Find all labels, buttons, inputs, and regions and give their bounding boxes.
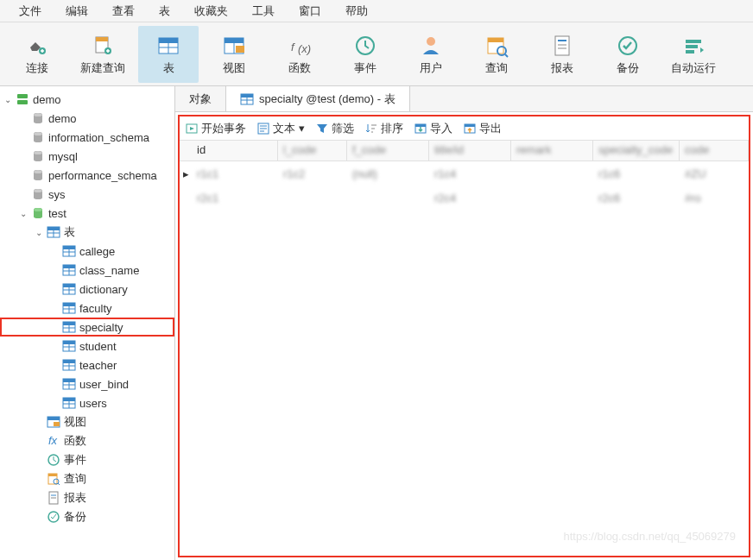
panel-btn-import[interactable]: 导入 bbox=[414, 121, 452, 136]
menu-6[interactable]: 窗口 bbox=[287, 2, 333, 21]
text-icon bbox=[256, 122, 270, 135]
tree-node-demo[interactable]: demo bbox=[0, 109, 174, 128]
tree-label: class_name bbox=[79, 264, 139, 277]
begin-icon bbox=[185, 122, 199, 135]
cell[interactable]: #ZU bbox=[680, 161, 749, 186]
tree-label: callege bbox=[79, 245, 115, 258]
toolbar-event[interactable]: 事件 bbox=[335, 26, 395, 83]
cell[interactable]: #ro bbox=[680, 186, 749, 210]
panel-btn-filter[interactable]: 筛选 bbox=[315, 121, 354, 136]
tree-node-class_name[interactable]: class_name bbox=[0, 261, 174, 280]
tree-node-student[interactable]: student bbox=[0, 337, 174, 356]
export-icon bbox=[463, 122, 477, 135]
toolbar-autorun[interactable]: 自动运行 bbox=[663, 26, 724, 83]
menu-1[interactable]: 编辑 bbox=[54, 2, 100, 21]
tree-node-information_schema[interactable]: information_schema bbox=[0, 128, 174, 147]
toolbar-function[interactable]: f(x)函数 bbox=[269, 26, 330, 83]
cell[interactable]: r1c1 bbox=[192, 161, 278, 186]
tree-node-users[interactable]: users bbox=[0, 393, 174, 412]
tree-label: user_bind bbox=[79, 378, 129, 391]
query-icon bbox=[483, 33, 510, 59]
cell[interactable] bbox=[347, 186, 429, 210]
svg-rect-17 bbox=[488, 38, 503, 42]
tree-node-视图[interactable]: 视图 bbox=[0, 412, 174, 431]
cell[interactable]: r1c4 bbox=[429, 161, 511, 186]
col-header[interactable]: title/id bbox=[429, 141, 511, 160]
tab-objects[interactable]: 对象 bbox=[175, 86, 226, 111]
cell[interactable]: r2c1 bbox=[192, 186, 278, 210]
menu-4[interactable]: 收藏夹 bbox=[182, 2, 240, 21]
cell[interactable]: r2c6 bbox=[593, 186, 680, 210]
svg-rect-25 bbox=[686, 40, 701, 43]
menu-2[interactable]: 查看 bbox=[100, 2, 147, 21]
col-header[interactable]: id bbox=[192, 141, 278, 160]
toolbar-query[interactable]: 查询 bbox=[466, 26, 527, 83]
tree-node-查询[interactable]: 查询 bbox=[0, 469, 174, 488]
tree-node-faculty[interactable]: faculty bbox=[0, 299, 174, 318]
toolbar-connect[interactable]: 连接 bbox=[7, 26, 67, 83]
tree-node-事件[interactable]: 事件 bbox=[0, 450, 174, 469]
tree-node-mysql[interactable]: mysql bbox=[0, 147, 174, 166]
panel-btn-begin[interactable]: 开始事务 bbox=[185, 121, 246, 136]
toolbar-user[interactable]: 用户 bbox=[401, 26, 461, 83]
plug-icon bbox=[23, 33, 51, 59]
table-row[interactable]: ▸r1c1r1c2(null)r1c4r1c6#ZU bbox=[180, 161, 749, 186]
svg-rect-28 bbox=[17, 94, 28, 98]
tree-node-备份[interactable]: 备份 bbox=[0, 507, 174, 526]
tree-label: 事件 bbox=[64, 452, 86, 468]
tree-node-callege[interactable]: callege bbox=[0, 242, 174, 261]
tree-label: test bbox=[48, 207, 66, 220]
menu-5[interactable]: 工具 bbox=[240, 2, 287, 21]
menu-0[interactable]: 文件 bbox=[7, 2, 54, 21]
panel-toolbar: 开始事务文本 ▾筛选排序导入导出 bbox=[180, 116, 749, 141]
toolbar-report[interactable]: 报表 bbox=[532, 26, 592, 83]
db-icon bbox=[29, 110, 47, 126]
cell[interactable]: (null) bbox=[347, 161, 429, 186]
view-icon bbox=[220, 33, 248, 59]
db-icon bbox=[29, 148, 47, 164]
cell[interactable] bbox=[511, 161, 593, 186]
table-row[interactable]: r2c1r2c4r2c6#ro bbox=[180, 186, 749, 210]
tab-specialty-table[interactable]: specialty @test (demo) - 表 bbox=[226, 86, 410, 111]
auto-icon bbox=[680, 33, 707, 59]
table-icon bbox=[45, 224, 62, 240]
tree-node-specialty[interactable]: specialty bbox=[0, 318, 174, 337]
panel-btn-sort[interactable]: 排序 bbox=[364, 121, 403, 136]
cell[interactable] bbox=[511, 186, 593, 210]
tree-node-sys[interactable]: sys bbox=[0, 185, 174, 204]
menu-3[interactable]: 表 bbox=[147, 2, 182, 21]
fx-icon: f(x) bbox=[286, 33, 313, 59]
menu-7[interactable]: 帮助 bbox=[333, 2, 380, 21]
cell[interactable]: r2c4 bbox=[429, 186, 511, 210]
tree-node-performance_schema[interactable]: performance_schema bbox=[0, 166, 174, 185]
panel-btn-export[interactable]: 导出 bbox=[463, 121, 502, 136]
cell[interactable] bbox=[278, 186, 347, 210]
svg-rect-108 bbox=[415, 124, 426, 127]
panel-btn-text[interactable]: 文本 ▾ bbox=[256, 121, 305, 136]
col-header[interactable]: remark bbox=[511, 141, 593, 160]
col-header[interactable]: f_code bbox=[347, 141, 429, 160]
db-icon bbox=[29, 167, 47, 183]
toolbar-new-query[interactable]: 新建查询 bbox=[73, 26, 133, 83]
svg-rect-26 bbox=[686, 45, 698, 48]
tree-node-函数[interactable]: fx函数 bbox=[0, 431, 174, 450]
toolbar-label: 函数 bbox=[288, 60, 311, 76]
cell[interactable]: r1c6 bbox=[593, 161, 680, 186]
svg-rect-110 bbox=[465, 124, 475, 127]
toolbar-table[interactable]: 表 bbox=[138, 26, 199, 83]
table-icon bbox=[60, 376, 78, 392]
tree-node-test[interactable]: ⌄test bbox=[0, 204, 174, 223]
toolbar-backup[interactable]: 备份 bbox=[598, 26, 658, 83]
cell[interactable]: r1c2 bbox=[278, 161, 347, 186]
tree-node-dictionary[interactable]: dictionary bbox=[0, 280, 174, 299]
tree-node-teacher[interactable]: teacher bbox=[0, 356, 174, 374]
toolbar-view[interactable]: 视图 bbox=[204, 26, 264, 83]
col-header[interactable]: code bbox=[680, 141, 749, 160]
tree-node-表[interactable]: ⌄表 bbox=[0, 223, 174, 242]
col-header[interactable]: l_code bbox=[278, 141, 347, 160]
col-header[interactable]: specialty_code bbox=[593, 141, 680, 160]
row-marker bbox=[180, 186, 192, 210]
tree-node-报表[interactable]: 报表 bbox=[0, 488, 174, 507]
tree-node-demo[interactable]: ⌄demo bbox=[0, 90, 174, 109]
tree-node-user_bind[interactable]: user_bind bbox=[0, 374, 174, 393]
